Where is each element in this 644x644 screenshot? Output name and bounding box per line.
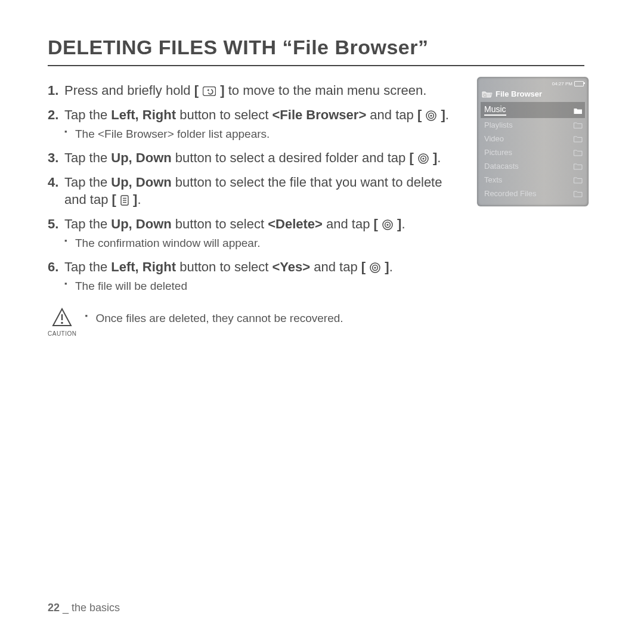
folder-icon (574, 177, 583, 184)
section-name: the basics (72, 602, 120, 614)
step-1: Press and briefly hold [ ] to move to th… (48, 82, 463, 99)
folder-icon (574, 135, 583, 143)
select-icon (418, 153, 429, 164)
step-5: Tap the Up, Down button to select <Delet… (48, 215, 463, 251)
step-text: button to select a desired folder and ta… (172, 150, 410, 165)
caution-label: CAUTION (48, 330, 77, 337)
folder-icon (574, 107, 583, 114)
device-folder-list: Music Playlists Video Pictures (481, 102, 585, 200)
step-text: to move to the main menu screen. (225, 83, 427, 98)
open-folder-icon (482, 90, 493, 98)
caution-block: CAUTION Once files are deleted, they can… (48, 308, 463, 337)
footer-sep: _ (60, 602, 72, 614)
list-item-label: Recorded Files (484, 189, 536, 198)
step-bold: <Yes> (272, 259, 310, 274)
caution-text: Once files are deleted, they cannot be r… (85, 311, 343, 326)
page-number: 22 (48, 602, 60, 614)
device-title: File Browser (496, 89, 542, 98)
device-preview: 04:27 PM File Browser Music Playlists (477, 77, 589, 206)
step-text: Tap the (64, 216, 111, 231)
substep-list: The <File Browser> folder list appears. (64, 127, 463, 142)
substep-list: The confirmation window will appear. (64, 236, 463, 251)
list-item-label: Playlists (484, 120, 513, 129)
step-bold: <Delete> (268, 216, 323, 231)
select-icon (382, 219, 393, 230)
step-bold: Up, Down (111, 175, 171, 190)
device-header: File Browser (481, 88, 585, 102)
step-text: button to select (176, 259, 272, 274)
list-item[interactable]: Texts (481, 173, 585, 187)
page-title: DELETING FILES WITH “File Browser” (48, 36, 584, 66)
list-item-label: Pictures (484, 148, 512, 157)
step-text: button to select (176, 107, 272, 122)
step-text: Tap the (64, 175, 111, 190)
step-6: Tap the Left, Right button to select <Ye… (48, 258, 463, 294)
step-text: Tap the (64, 107, 111, 122)
step-2: Tap the Left, Right button to select <Fi… (48, 106, 463, 142)
folder-icon (574, 190, 583, 197)
folder-icon (574, 163, 583, 170)
step-bold: Up, Down (111, 150, 171, 165)
device-time: 04:27 PM (552, 81, 572, 86)
step-list: Press and briefly hold [ ] to move to th… (48, 82, 463, 293)
substep: The file will be deleted (64, 279, 463, 294)
substep: The <File Browser> folder list appears. (64, 127, 463, 142)
list-item[interactable]: Video (481, 132, 585, 145)
select-icon (426, 110, 436, 121)
list-item-label: Datacasts (484, 162, 519, 171)
list-item[interactable]: Datacasts (481, 159, 585, 173)
list-item[interactable]: Recorded Files (481, 187, 585, 200)
step-bold: Left, Right (111, 259, 176, 274)
list-item[interactable]: Playlists (481, 118, 585, 132)
step-text: and tap (366, 107, 417, 122)
menu-icon (120, 195, 129, 206)
list-item-label: Texts (484, 175, 502, 184)
step-text: and tap (323, 216, 374, 231)
caution-icon: CAUTION (48, 308, 77, 337)
list-item[interactable]: Pictures (481, 145, 585, 159)
step-bold: <File Browser> (272, 107, 366, 122)
step-text: and tap (310, 259, 361, 274)
step-text: button to select (172, 216, 268, 231)
device-status-bar: 04:27 PM (481, 80, 585, 88)
battery-icon (574, 81, 584, 86)
substep-list: The file will be deleted (64, 279, 463, 294)
back-icon (203, 86, 216, 96)
step-text: Press and briefly hold (64, 83, 194, 98)
list-item[interactable]: Music (481, 102, 585, 118)
step-4: Tap the Up, Down button to select the fi… (48, 174, 463, 208)
step-3: Tap the Up, Down button to select a desi… (48, 149, 463, 166)
folder-icon (574, 149, 583, 156)
instruction-column: Press and briefly hold [ ] to move to th… (48, 75, 463, 337)
step-text: Tap the (64, 150, 111, 165)
folder-icon (574, 122, 583, 129)
step-bold: Left, Right (111, 107, 176, 122)
step-text: Tap the (64, 259, 111, 274)
substep: The confirmation window will appear. (64, 236, 463, 251)
list-item-label: Video (484, 134, 504, 143)
step-bold: Up, Down (111, 216, 171, 231)
list-item-label: Music (484, 104, 506, 116)
select-icon (370, 262, 380, 273)
page-footer: 22 _ the basics (48, 602, 120, 614)
